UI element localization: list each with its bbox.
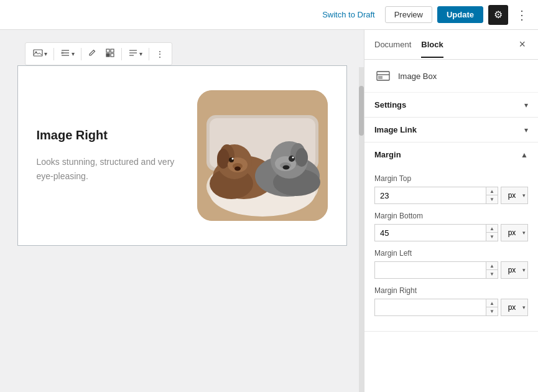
margin-top-increment[interactable]: ▲ xyxy=(486,187,498,195)
pencil-icon xyxy=(88,49,96,59)
margin-bottom-input[interactable] xyxy=(375,225,486,241)
update-button[interactable]: Update xyxy=(437,6,483,23)
block-transform-icon xyxy=(105,48,115,60)
svg-point-36 xyxy=(234,167,241,171)
sidebar-close-button[interactable]: × xyxy=(516,35,528,54)
margin-top-unit-wrapper: px%em xyxy=(501,187,528,204)
margin-right-field: ▲ ▼ xyxy=(374,299,498,316)
toolbar-more-button[interactable]: ⋮ xyxy=(152,47,168,62)
margin-bottom-label: Margin Bottom xyxy=(374,212,528,220)
tab-document[interactable]: Document xyxy=(374,31,411,58)
switch-to-draft-button[interactable]: Switch to Draft xyxy=(317,7,380,22)
scrollbar-track xyxy=(359,67,364,392)
block-type-label: Image Box xyxy=(398,72,437,81)
margin-top-input[interactable] xyxy=(375,187,486,203)
toolbar-list-button[interactable]: ▾ xyxy=(57,45,78,62)
toolbar-block-button[interactable] xyxy=(101,45,119,62)
margin-top-spinners: ▲ ▼ xyxy=(486,187,498,203)
block-type-icon xyxy=(374,67,392,85)
svg-rect-0 xyxy=(34,50,42,56)
margin-bottom-unit-select[interactable]: px%em xyxy=(501,225,527,241)
margin-left-unit-wrapper: px%em xyxy=(501,261,528,279)
margin-left-decrement[interactable]: ▼ xyxy=(486,270,498,278)
image-link-accordion-header[interactable]: Image Link ▾ xyxy=(364,118,538,142)
margin-right-row: ▲ ▼ px%em xyxy=(374,299,528,316)
margin-bottom-increment[interactable]: ▲ xyxy=(486,225,498,233)
block-description: Looks stunning, structured and very eye-… xyxy=(37,155,185,183)
toolbar-image-button[interactable]: ▾ xyxy=(29,45,51,62)
svg-point-25 xyxy=(231,158,233,160)
margin-left-unit-select[interactable]: px%em xyxy=(501,262,527,278)
more-options-icon: ⋮ xyxy=(516,8,528,22)
svg-rect-8 xyxy=(106,54,109,57)
margin-right-spinners: ▲ ▼ xyxy=(486,299,498,315)
block-toolbar: ▾ ▾ xyxy=(25,42,172,65)
margin-left-row: ▲ ▼ px%em xyxy=(374,261,528,279)
divider-4 xyxy=(149,48,149,60)
svg-point-34 xyxy=(292,157,294,159)
settings-icon: ⚙ xyxy=(494,9,503,21)
settings-accordion-header[interactable]: Settings ▾ xyxy=(364,93,538,117)
tab-block[interactable]: Block xyxy=(421,31,443,58)
margin-left-spinners: ▲ ▼ xyxy=(486,262,498,278)
svg-rect-40 xyxy=(378,76,383,79)
align-dropdown-icon: ▾ xyxy=(139,50,142,57)
margin-bottom-row: ▲ ▼ px%em xyxy=(374,224,528,241)
image-link-section: Image Link ▾ xyxy=(364,118,538,142)
margin-bottom-unit-wrapper: px%em xyxy=(501,224,528,241)
settings-button[interactable]: ⚙ xyxy=(488,5,508,25)
sidebar: Document Block × Image Box Settings ▾ xyxy=(364,30,538,392)
image-dropdown-icon: ▾ xyxy=(44,50,47,57)
margin-left-field: ▲ ▼ xyxy=(374,261,498,279)
divider-1 xyxy=(53,48,54,60)
settings-section-title: Settings xyxy=(374,100,406,110)
margin-right-label: Margin Right xyxy=(374,286,528,295)
margin-bottom-field: ▲ ▼ xyxy=(374,224,498,241)
svg-rect-5 xyxy=(61,52,63,54)
margin-right-decrement[interactable]: ▼ xyxy=(486,307,498,315)
align-icon xyxy=(128,48,138,60)
scrollbar-thumb[interactable] xyxy=(359,86,364,136)
margin-right-unit-wrapper: px%em xyxy=(501,299,528,316)
margin-right-input[interactable] xyxy=(375,299,486,315)
margin-top-decrement[interactable]: ▼ xyxy=(486,195,498,203)
margin-left-input[interactable] xyxy=(375,262,486,278)
margin-section: Margin ▲ Margin Top ▲ ▼ xyxy=(364,142,538,332)
editor-area: ▾ ▾ xyxy=(0,30,364,392)
margin-chevron-up-icon: ▲ xyxy=(521,151,528,159)
image-toolbar-icon xyxy=(33,48,43,60)
margin-accordion-header[interactable]: Margin ▲ xyxy=(364,142,538,167)
sidebar-tabs: Document Block xyxy=(374,31,443,58)
preview-button[interactable]: Preview xyxy=(385,6,432,23)
sidebar-header: Document Block × xyxy=(364,30,538,60)
margin-right-unit-select[interactable]: px%em xyxy=(501,299,527,315)
main-area: ▾ ▾ xyxy=(0,30,538,392)
list-dropdown-icon: ▾ xyxy=(72,50,75,57)
settings-section: Settings ▾ xyxy=(364,93,538,118)
settings-chevron-icon: ▾ xyxy=(524,101,528,110)
content-block: Image Right Looks stunning, structured a… xyxy=(17,65,347,246)
toolbar-pencil-button[interactable] xyxy=(84,46,100,62)
svg-rect-6 xyxy=(106,49,109,52)
svg-rect-9 xyxy=(111,54,114,57)
image-link-chevron-icon: ▾ xyxy=(524,126,528,134)
margin-top-unit-select[interactable]: px%em xyxy=(501,187,527,203)
margin-left-increment[interactable]: ▲ xyxy=(486,262,498,270)
margin-right-increment[interactable]: ▲ xyxy=(486,299,498,307)
svg-point-33 xyxy=(289,156,295,162)
block-title: Image Right xyxy=(37,128,185,142)
more-options-button[interactable]: ⋮ xyxy=(513,5,531,25)
margin-top-field: ▲ ▼ xyxy=(374,187,498,204)
top-bar: Switch to Draft Preview Update ⚙ ⋮ xyxy=(0,0,538,30)
svg-rect-7 xyxy=(111,49,114,52)
toolbar-more-icon: ⋮ xyxy=(155,49,164,59)
divider-3 xyxy=(121,48,122,60)
margin-top-label: Margin Top xyxy=(374,174,528,183)
margin-top-row: ▲ ▼ px%em xyxy=(374,187,528,204)
block-type-header: Image Box xyxy=(364,60,538,93)
list-icon xyxy=(60,48,70,60)
image-link-section-title: Image Link xyxy=(374,125,417,134)
divider-2 xyxy=(81,48,81,60)
margin-bottom-decrement[interactable]: ▼ xyxy=(486,233,498,241)
toolbar-align-button[interactable]: ▾ xyxy=(124,45,146,62)
